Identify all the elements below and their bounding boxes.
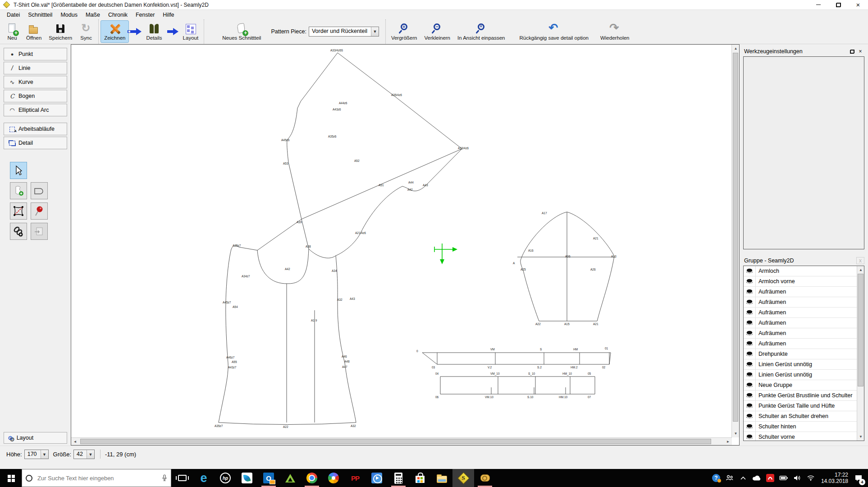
visibility-eye-closed-icon[interactable] xyxy=(744,297,756,307)
volume-icon[interactable] xyxy=(790,469,804,487)
close-button[interactable]: × xyxy=(848,0,868,9)
menu-item[interactable]: Modus xyxy=(56,11,82,19)
outlook-icon[interactable]: O xyxy=(258,469,279,487)
canvas-vertical-scrollbar[interactable]: ▲ ▼ xyxy=(731,45,739,437)
photoscape-icon[interactable] xyxy=(236,469,258,487)
green-triangle-icon[interactable] xyxy=(279,469,301,487)
start-button[interactable] xyxy=(0,469,22,487)
toolbar-button[interactable]: Neu xyxy=(2,20,23,43)
group-row[interactable]: Schulter vorne xyxy=(744,432,857,441)
zoom-out-button[interactable]: − Verkleinern xyxy=(420,20,454,43)
mode-layout-button[interactable]: Layout xyxy=(179,20,202,43)
chrome-icon[interactable] xyxy=(301,469,323,487)
scroll-up-icon[interactable]: ▲ xyxy=(732,45,740,52)
scroll-up-icon[interactable]: ▲ xyxy=(857,266,864,274)
chevron-up-icon[interactable] xyxy=(736,469,750,487)
visibility-eye-closed-icon[interactable] xyxy=(744,380,756,390)
undo-button[interactable]: Rückgängig save detail option xyxy=(516,20,592,43)
file-explorer-icon[interactable] xyxy=(431,469,452,487)
group-row[interactable]: Schulter an Schulter drehen xyxy=(744,411,857,422)
redo-button[interactable]: Wiederholen xyxy=(597,20,633,43)
close-group-panel-button[interactable]: x xyxy=(856,257,864,264)
visibility-eye-closed-icon[interactable] xyxy=(744,411,756,421)
wifi-icon[interactable] xyxy=(804,469,818,487)
picasa-icon[interactable] xyxy=(323,469,344,487)
group-row[interactable]: Punkte Gerüst Brustlinie und Schulter xyxy=(744,391,857,401)
tool-category-button[interactable]: Elliptical Arc xyxy=(4,104,67,116)
group-row[interactable]: Aufräumen xyxy=(744,328,857,339)
group-row[interactable]: Neue Gruppe xyxy=(744,380,857,391)
visibility-eye-closed-icon[interactable] xyxy=(744,359,756,369)
layout-panel-button[interactable]: ⚙ Layout xyxy=(4,432,67,444)
add-detail-tool-button[interactable] xyxy=(10,182,27,199)
group-row[interactable]: Aufräumen xyxy=(744,318,857,328)
mode-details-button[interactable]: Details xyxy=(142,20,165,43)
scroll-down-icon[interactable]: ▼ xyxy=(857,433,864,441)
group-row[interactable]: Aufräumen xyxy=(744,287,857,297)
tool-category-button[interactable]: Kurve xyxy=(4,76,67,88)
search-input[interactable] xyxy=(37,474,162,482)
onedrive-icon[interactable] xyxy=(750,469,763,487)
store-icon[interactable] xyxy=(409,469,431,487)
maximize-button[interactable] xyxy=(828,0,848,9)
seamly2d-taskbar-icon[interactable]: S xyxy=(452,469,474,487)
visibility-eye-closed-icon[interactable] xyxy=(744,401,756,411)
zoom-in-button[interactable]: + Vergrößern xyxy=(388,20,421,43)
group-row[interactable]: Linien Gerüst unnötig xyxy=(744,359,857,370)
group-row[interactable]: Armloch vorne xyxy=(744,276,857,287)
battery-icon[interactable] xyxy=(777,469,790,487)
action-center-icon[interactable]: 4 xyxy=(852,469,865,487)
media-player-icon[interactable] xyxy=(366,469,388,487)
visibility-eye-closed-icon[interactable] xyxy=(744,391,756,400)
edge-icon[interactable]: e xyxy=(193,469,215,487)
seamlyme-icon[interactable] xyxy=(474,469,496,487)
menu-item[interactable]: Hilfe xyxy=(159,11,178,19)
scroll-left-icon[interactable]: ◄ xyxy=(71,438,79,446)
height-select[interactable]: 170 ▼ xyxy=(24,450,49,459)
visibility-eye-closed-icon[interactable] xyxy=(744,318,756,328)
mode-draw-button[interactable]: Zeichnen xyxy=(101,20,129,43)
visibility-eye-closed-icon[interactable] xyxy=(744,308,756,317)
tool-category-button[interactable]: Arbeitsabläufe xyxy=(4,123,67,135)
group-row[interactable]: Drehpunkte xyxy=(744,349,857,359)
visibility-eye-closed-icon[interactable] xyxy=(744,328,756,338)
group-tool-button[interactable] xyxy=(10,223,27,240)
pointer-tool-button[interactable] xyxy=(10,162,27,179)
group-row[interactable]: Armloch xyxy=(744,266,857,276)
menu-item[interactable]: Chronik xyxy=(104,11,132,19)
toolbar-button[interactable]: Speichern xyxy=(45,20,76,43)
visibility-eye-closed-icon[interactable] xyxy=(744,266,756,276)
menu-item[interactable]: Datei xyxy=(3,11,24,19)
menu-item[interactable]: Maße xyxy=(82,11,104,19)
close-panel-button[interactable]: × xyxy=(856,48,864,55)
help-icon[interactable]: ? xyxy=(709,469,723,487)
visibility-eye-closed-icon[interactable] xyxy=(744,287,756,297)
tool-category-button[interactable]: Detail xyxy=(4,137,67,149)
visibility-eye-closed-icon[interactable] xyxy=(744,349,756,359)
menu-item[interactable]: Fenster xyxy=(132,11,159,19)
tool-category-button[interactable]: Punkt xyxy=(4,48,67,60)
group-row[interactable]: Linien Gerüst unnötig xyxy=(744,370,857,380)
visibility-eye-closed-icon[interactable] xyxy=(744,422,756,432)
visibility-eye-closed-icon[interactable] xyxy=(744,339,756,349)
hp-icon[interactable]: hp xyxy=(215,469,236,487)
visibility-eye-closed-icon[interactable] xyxy=(744,370,756,380)
menu-item[interactable]: Schnittteil xyxy=(24,11,56,19)
insert-node-tool-button[interactable] xyxy=(31,223,48,240)
scroll-down-icon[interactable]: ▼ xyxy=(732,430,740,437)
size-select[interactable]: 42 ▼ xyxy=(73,450,95,459)
minimize-button[interactable] xyxy=(809,0,828,9)
toolbar-button[interactable]: Öffnen xyxy=(23,20,45,43)
pattern-piece-select[interactable]: Vorder und Rückenteil ▼ xyxy=(309,27,379,37)
calculator-icon[interactable] xyxy=(388,469,409,487)
scroll-right-icon[interactable]: ► xyxy=(724,438,732,446)
pp-app-icon[interactable]: PP xyxy=(344,469,366,487)
new-pattern-piece-button[interactable]: Neues Schnittteil xyxy=(219,20,265,43)
internal-path-tool-button[interactable] xyxy=(10,202,27,220)
group-list-scrollbar[interactable]: ▲ ▼ xyxy=(857,266,864,441)
group-row[interactable]: Aufräumen xyxy=(744,339,857,349)
avira-icon[interactable] xyxy=(763,469,777,487)
tool-category-button[interactable]: Linie xyxy=(4,62,67,74)
pin-tool-button[interactable] xyxy=(31,202,48,220)
group-row[interactable]: Aufräumen xyxy=(744,297,857,308)
